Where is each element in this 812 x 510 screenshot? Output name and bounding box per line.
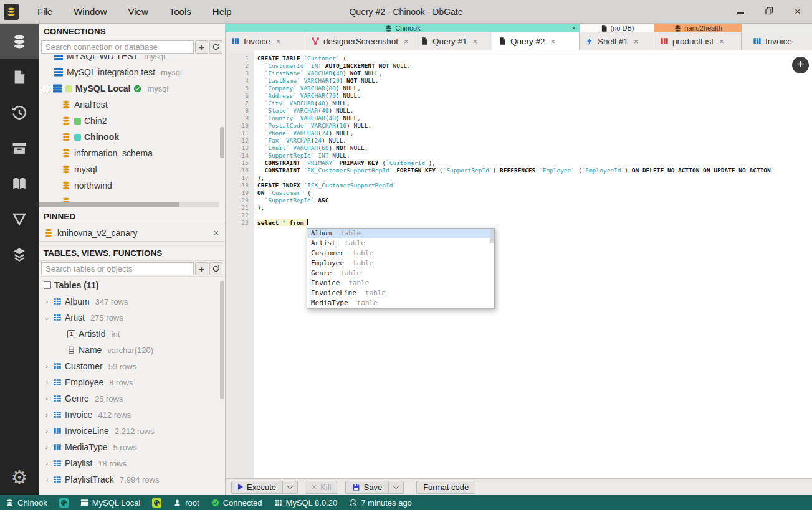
connections-search-input[interactable] bbox=[41, 40, 194, 54]
chevron-right-icon[interactable]: › bbox=[44, 443, 50, 451]
chevron-right-icon[interactable]: › bbox=[44, 427, 50, 435]
add-connection-button[interactable]: + bbox=[195, 40, 208, 54]
close-tab-icon[interactable]: × bbox=[404, 37, 409, 46]
close-tab-icon[interactable]: × bbox=[276, 37, 281, 46]
connections-vertical-scrollbar[interactable] bbox=[220, 127, 224, 158]
close-tab-icon[interactable]: × bbox=[634, 37, 639, 46]
statusbar-status: Connected bbox=[211, 498, 262, 508]
tab-productlist[interactable]: productList × bbox=[654, 32, 742, 50]
activity-archive-icon[interactable] bbox=[0, 130, 39, 166]
kill-button[interactable]: ×Kill bbox=[305, 481, 338, 494]
collapse-expander-icon[interactable]: − bbox=[44, 281, 51, 289]
tab-designerscreenshot[interactable]: designerScreenshot × bbox=[305, 32, 414, 50]
close-group-icon[interactable]: × bbox=[572, 24, 576, 32]
database-item[interactable]: information_schema bbox=[39, 145, 225, 161]
format-code-button[interactable]: Format code bbox=[416, 481, 475, 494]
menu-file[interactable]: File bbox=[37, 6, 52, 17]
add-object-button[interactable]: + bbox=[195, 262, 208, 275]
autocomplete-item[interactable]: Customertable bbox=[307, 248, 494, 258]
database-item[interactable]: Chin2 bbox=[39, 113, 225, 129]
activity-database-icon[interactable] bbox=[0, 24, 39, 59]
new-tab-plus-button[interactable]: + bbox=[792, 57, 809, 73]
table-row[interactable]: › PlaylistTrack 7,994 rows bbox=[39, 471, 225, 488]
chevron-down-icon[interactable]: ⌄ bbox=[44, 314, 50, 322]
dbgate-logo-icon bbox=[4, 4, 19, 20]
autocomplete-item[interactable]: Employeetable bbox=[307, 258, 494, 268]
table-row[interactable]: › Playlist 18 rows bbox=[39, 455, 225, 471]
close-button[interactable]: × bbox=[792, 6, 803, 17]
tab-shell1[interactable]: Shell #1 × bbox=[580, 32, 654, 50]
activity-history-icon[interactable] bbox=[0, 95, 39, 130]
tables-group-row[interactable]: − Tables (11) bbox=[39, 277, 225, 293]
menu-help[interactable]: Help bbox=[213, 6, 232, 17]
connection-engine: mysql bbox=[144, 55, 165, 61]
execute-button[interactable]: Execute bbox=[231, 481, 283, 494]
execute-dropdown-button[interactable] bbox=[283, 481, 298, 494]
table-row[interactable]: › Album 347 rows bbox=[39, 293, 225, 309]
activity-book-icon[interactable] bbox=[0, 166, 39, 201]
close-tab-icon[interactable]: × bbox=[719, 37, 724, 46]
menu-view[interactable]: View bbox=[128, 6, 148, 17]
chevron-right-icon[interactable]: › bbox=[44, 476, 50, 483]
connections-horizontal-scrollbar[interactable] bbox=[39, 202, 219, 207]
save-dropdown-button[interactable] bbox=[389, 481, 404, 494]
database-item[interactable]: AnalTest bbox=[39, 97, 225, 113]
connection-color-chip[interactable] bbox=[152, 498, 161, 508]
chevron-right-icon[interactable]: › bbox=[44, 298, 50, 305]
database-item[interactable]: Chinook bbox=[39, 129, 225, 145]
chevron-right-icon[interactable]: › bbox=[44, 411, 50, 418]
close-tab-icon[interactable]: × bbox=[473, 37, 478, 46]
chevron-right-icon[interactable]: › bbox=[44, 362, 50, 370]
database-item[interactable]: mysql bbox=[39, 161, 225, 177]
tab-invoice[interactable]: Invoice × bbox=[226, 32, 305, 50]
minimize-button[interactable] bbox=[735, 6, 746, 17]
x-icon: × bbox=[312, 482, 317, 492]
connection-item[interactable]: MySQL integration test mysql bbox=[39, 64, 225, 80]
table-row[interactable]: › InvoiceLine 2,212 rows bbox=[39, 423, 225, 439]
settings-gear-icon[interactable]: ⚙ bbox=[0, 460, 39, 495]
objects-search-input[interactable] bbox=[41, 262, 194, 275]
menu-tools[interactable]: Tools bbox=[170, 6, 191, 17]
database-item[interactable]: northwind bbox=[39, 177, 225, 194]
refresh-connections-button[interactable] bbox=[209, 40, 222, 54]
column-row[interactable]: 1 ArtistId int bbox=[39, 326, 225, 342]
table-row[interactable]: › MediaType 5 rows bbox=[39, 439, 225, 455]
save-button[interactable]: Save bbox=[345, 481, 389, 494]
unpin-close-icon[interactable]: × bbox=[214, 228, 219, 238]
menu-window[interactable]: Window bbox=[74, 6, 107, 17]
autocomplete-item[interactable]: Albumtable bbox=[307, 229, 494, 238]
autocomplete-item[interactable]: MediaTypetable bbox=[307, 298, 494, 308]
collapse-expander-icon[interactable]: − bbox=[42, 85, 49, 92]
table-row[interactable]: ⌄ Artist 275 rows bbox=[39, 309, 225, 326]
autocomplete-item[interactable]: Artisttable bbox=[307, 238, 494, 248]
chevron-right-icon[interactable]: › bbox=[44, 460, 50, 467]
autocomplete-item[interactable]: Invoicetable bbox=[307, 278, 494, 288]
lightning-icon bbox=[585, 37, 594, 45]
column-row[interactable]: Name varchar(120) bbox=[39, 342, 225, 358]
activity-layers-icon[interactable] bbox=[0, 237, 39, 272]
close-tab-icon[interactable]: × bbox=[551, 37, 556, 46]
autocomplete-item[interactable]: InvoiceLinetable bbox=[307, 288, 494, 298]
refresh-objects-button[interactable] bbox=[209, 262, 222, 275]
autocomplete-name: Artist bbox=[311, 240, 336, 247]
activity-files-icon[interactable] bbox=[0, 59, 39, 95]
autocomplete-item[interactable]: Genretable bbox=[307, 268, 494, 278]
tables-vertical-scrollbar[interactable] bbox=[220, 281, 224, 399]
tab-query2[interactable]: Query #2 × bbox=[492, 32, 580, 50]
connection-item[interactable]: MYSQL WD TEST mysql bbox=[39, 55, 225, 64]
database-color-chip[interactable] bbox=[59, 498, 69, 508]
table-row[interactable]: › Customer 59 rows bbox=[39, 358, 225, 374]
tab-invoice-2[interactable]: Invoice bbox=[742, 32, 812, 50]
pinned-item[interactable]: knihovna_v2_canary × bbox=[39, 224, 225, 242]
connection-item[interactable]: − MySQL Local mysql bbox=[39, 80, 225, 97]
table-row[interactable]: › Genre 25 rows bbox=[39, 390, 225, 407]
table-row[interactable]: › Invoice 412 rows bbox=[39, 407, 225, 423]
autocomplete-scrollbar[interactable] bbox=[490, 229, 494, 243]
activity-filter-icon[interactable] bbox=[0, 201, 39, 237]
table-row[interactable]: › Employee 8 rows bbox=[39, 374, 225, 390]
chevron-right-icon[interactable]: › bbox=[44, 379, 50, 386]
restore-button[interactable] bbox=[763, 6, 775, 17]
sql-editor[interactable]: 1234567891011121314151617181920212223 CR… bbox=[226, 50, 812, 478]
chevron-right-icon[interactable]: › bbox=[44, 395, 50, 402]
tab-query1[interactable]: Query #1 × bbox=[414, 32, 492, 50]
